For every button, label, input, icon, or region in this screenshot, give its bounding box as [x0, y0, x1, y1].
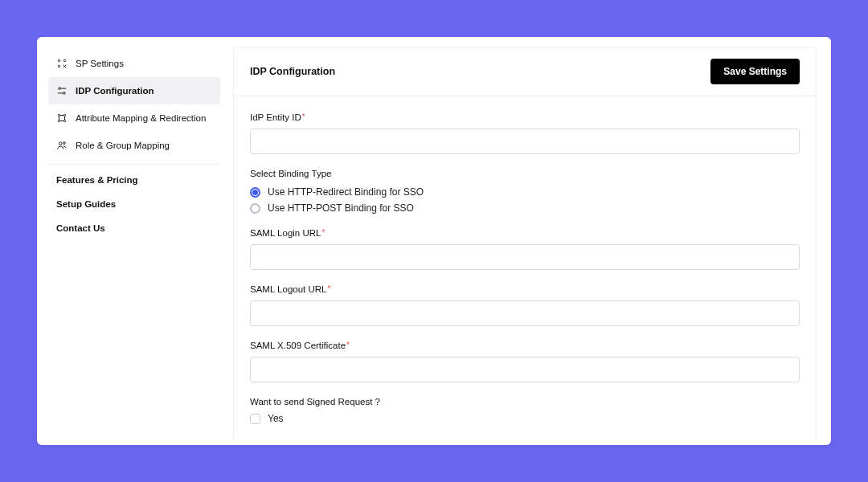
radio-icon: [250, 187, 260, 198]
radio-http-redirect[interactable]: Use HTTP-Redirect Binding for SSO: [250, 186, 800, 198]
save-button-top[interactable]: Save Settings: [710, 59, 800, 84]
sidebar-link-contact-us[interactable]: Contact Us: [48, 216, 220, 240]
field-saml-logout-url: SAML Logout URL*: [250, 284, 800, 326]
input-saml-certificate[interactable]: [250, 357, 800, 382]
input-idp-entity-id[interactable]: [250, 129, 800, 154]
config-sliders-icon: [56, 85, 68, 96]
field-idp-entity-id: IdP Entity ID*: [250, 112, 800, 154]
card-footer: Save Settings: [234, 439, 816, 440]
svg-point-2: [58, 65, 59, 67]
settings-grid-icon: [56, 58, 68, 69]
input-saml-logout-url[interactable]: [250, 300, 800, 326]
svg-point-5: [59, 88, 61, 90]
label-saml-certificate: SAML X.509 Certificate*: [250, 341, 800, 350]
label-idp-entity-id: IdP Entity ID*: [250, 112, 800, 122]
svg-point-14: [63, 142, 66, 145]
mapping-graph-icon: [56, 112, 68, 124]
sidebar-item-attribute-mapping[interactable]: Attribute Mapping & Redirection: [48, 104, 220, 132]
field-binding-type: Select Binding Type Use HTTP-Redirect Bi…: [250, 169, 800, 214]
label-saml-login-url: SAML Login URL*: [250, 228, 800, 238]
field-signed-request: Want to send Signed Request ? Yes: [250, 397, 800, 424]
sidebar-item-role-group-mapping[interactable]: Role & Group Mapping: [48, 132, 220, 159]
sidebar-link-setup-guides[interactable]: Setup Guides: [48, 192, 220, 216]
svg-point-12: [63, 120, 65, 121]
checkbox-icon: [250, 414, 260, 424]
svg-point-0: [58, 59, 59, 61]
label-signed-request: Want to send Signed Request ?: [250, 397, 800, 406]
svg-point-10: [63, 114, 65, 116]
radio-http-post[interactable]: Use HTTP-POST Binding for SSO: [250, 202, 800, 214]
svg-point-11: [58, 120, 59, 121]
sidebar-link-features-pricing[interactable]: Features & Pricing: [48, 168, 220, 192]
sidebar-divider: [48, 164, 220, 165]
label-saml-logout-url: SAML Logout URL*: [250, 284, 800, 294]
svg-point-9: [58, 114, 59, 116]
sidebar-item-label: Attribute Mapping & Redirection: [76, 113, 206, 123]
idp-config-card: IDP Configuration Save Settings IdP Enti…: [233, 47, 817, 440]
main-content: IDP Configuration Save Settings IdP Enti…: [228, 42, 831, 440]
sidebar-item-label: IDP Configuration: [76, 86, 154, 96]
radio-label: Use HTTP-Redirect Binding for SSO: [268, 186, 424, 198]
checkbox-signed-request[interactable]: Yes: [250, 413, 800, 424]
sidebar-item-label: Role & Group Mapping: [76, 141, 170, 150]
svg-point-1: [63, 59, 65, 61]
page-title: IDP Configuration: [250, 66, 335, 77]
label-binding-type: Select Binding Type: [250, 169, 800, 178]
sidebar: SP Settings IDP Configuration Attribute …: [40, 42, 228, 440]
svg-point-6: [63, 92, 66, 95]
field-saml-certificate: SAML X.509 Certificate*: [250, 341, 800, 382]
svg-point-13: [59, 142, 63, 145]
checkbox-label: Yes: [268, 413, 284, 424]
input-saml-login-url[interactable]: [250, 244, 800, 270]
radio-label: Use HTTP-POST Binding for SSO: [268, 202, 414, 214]
users-group-icon: [56, 140, 68, 151]
sidebar-item-sp-settings[interactable]: SP Settings: [48, 50, 220, 77]
field-saml-login-url: SAML Login URL*: [250, 228, 800, 270]
card-header: IDP Configuration Save Settings: [234, 47, 816, 96]
app-window: SP Settings IDP Configuration Attribute …: [37, 37, 831, 445]
sidebar-item-label: SP Settings: [76, 59, 124, 68]
sidebar-item-idp-configuration[interactable]: IDP Configuration: [48, 77, 220, 104]
radio-icon: [250, 203, 260, 214]
